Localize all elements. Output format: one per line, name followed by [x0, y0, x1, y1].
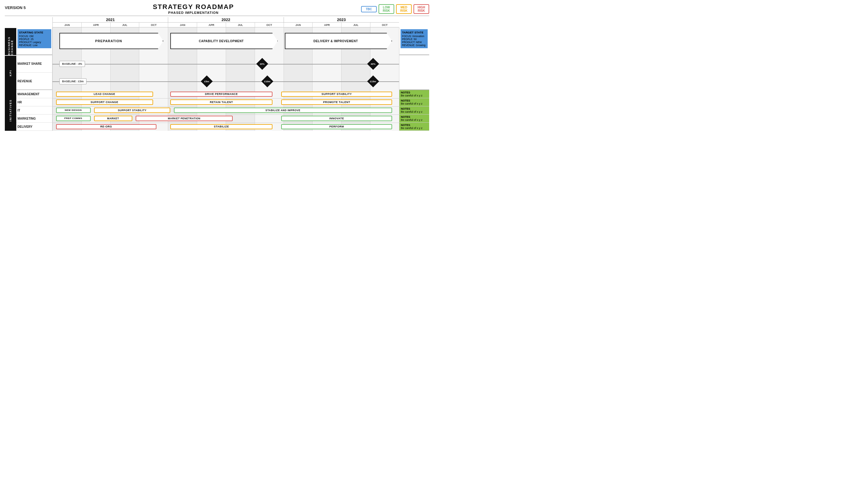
capability-arrow: CAPABILITY DEVELOPMENT: [170, 33, 278, 49]
month-oct21: OCT: [139, 23, 168, 27]
diamond-10m-label: £10m: [264, 80, 270, 83]
year-2022: 2022: [168, 17, 283, 22]
month-oct23: OCT: [370, 23, 399, 27]
starting-people: PEOPLE: 25: [19, 38, 50, 41]
notes-it: NOTES Be careful of x y z: [399, 106, 429, 114]
init-divider-3: [52, 114, 399, 115]
notes-marketing: NOTES Be careful of x y z: [399, 114, 429, 123]
target-people: PEOPLE: 50: [402, 38, 426, 41]
years-row: 2021 2022 2023: [53, 17, 399, 22]
kpi-market-share-label: MARKET SHARE: [16, 55, 52, 73]
main-layout: BUSINESS CHANGE KPI INITIATIVES 2021 202…: [5, 17, 429, 131]
legend-high: HIGHRISK: [414, 4, 429, 14]
biz-grid: PREPARATION CAPABILITY DEVELOPMENT DELIV…: [52, 27, 399, 55]
month-jan22: JAN: [168, 23, 197, 27]
bar-prep-comms: PREP COMMS: [56, 116, 91, 121]
title-block: STRATEGY ROADMAP PHASED IMPLEMENTATION: [26, 3, 361, 14]
init-sublabels: MANAGEMENT HR IT MARKETING DELIVERY: [16, 90, 52, 131]
bar-innovate: INNOVATE: [281, 116, 392, 121]
initiatives-section: MANAGEMENT HR IT MARKETING DELIVERY: [16, 90, 429, 131]
preparation-label: PREPARATION: [59, 33, 163, 49]
legend-med: MEDRISK: [396, 4, 412, 14]
starting-focus: FOCUS: Old: [19, 35, 50, 38]
diamond-10m: £10m: [263, 77, 271, 86]
biz-sublabels: STARTING STATE FOCUS: Old PEOPLE: 25 PRO…: [16, 27, 52, 55]
target-focus: FOCUS: Innovation: [402, 35, 426, 38]
init-divider-1: [52, 98, 399, 99]
year-2023: 2023: [284, 17, 399, 22]
bar-retain-talent: RETAIN TALENT: [170, 99, 272, 105]
diamond-20pct: 20%: [258, 60, 266, 68]
notes-it-content: NOTES Be careful of x y z: [399, 106, 429, 114]
diamond-15m: £15m: [369, 77, 377, 86]
legend-tbc: TBC: [361, 6, 377, 12]
diamond-40pct-label: 40%: [371, 63, 376, 65]
init-management-label: MANAGEMENT: [16, 90, 52, 98]
header: VERSION 5 STRATEGY ROADMAP PHASED IMPLEM…: [5, 3, 429, 14]
notes-del-title: NOTES: [401, 123, 428, 126]
notes-hr-title: NOTES: [401, 99, 428, 102]
init-divider-2: [52, 106, 399, 107]
delivery-label: DELIVERY & IMPROVEMENT: [285, 33, 392, 49]
header-divider: [5, 16, 429, 16]
diamond-15m-label: £15m: [370, 80, 376, 83]
init-it-label: IT: [16, 106, 52, 114]
month-oct22: OCT: [255, 23, 284, 27]
capability-label: CAPABILITY DEVELOPMENT: [170, 33, 278, 49]
market-share-baseline: BASELINE : 4%: [59, 61, 85, 67]
bar-lead-change: LEAD CHANGE: [56, 92, 153, 97]
notes-mkt-title: NOTES: [401, 115, 428, 119]
legend-low: LOWRISK: [379, 4, 394, 14]
bar-market: MARKET: [94, 116, 132, 121]
legend: TBC LOWRISK MEDRISK HIGHRISK: [361, 4, 429, 14]
bar-reorg: RE-ORG: [56, 124, 157, 130]
label-column: BUSINESS CHANGE KPI INITIATIVES: [5, 17, 16, 131]
month-jul23: JUL: [341, 23, 370, 27]
init-divider-4: [52, 123, 399, 123]
kpi-revenue-label: REVENUE: [16, 73, 52, 90]
bar-support-stability-it: SUPPORT STABILITY: [94, 108, 170, 113]
bar-drive-performance: DRIVE PERFORMANCE: [170, 92, 272, 97]
notes-del-content: NOTES Be careful of x y z: [399, 123, 429, 131]
month-jan23: JAN: [284, 23, 313, 27]
bar-market-penetration: MARKET PENETRATION: [136, 116, 233, 121]
kpi-grid-bg: [52, 55, 399, 90]
notes-management-content: NOTES Be careful of x y z: [399, 90, 429, 98]
sub-title: PHASED IMPLEMENTATION: [26, 11, 361, 14]
bar-promote-talent: PROMOTE TALENT: [281, 99, 392, 105]
starting-product: PRODUCT: Legacy: [19, 41, 50, 44]
content-column: 2021 2022 2023 JAN APR JUL OCT JAN APR J…: [16, 17, 429, 131]
target-revenue: REVENUE: Growing: [402, 44, 426, 47]
notes-hr-content: NOTES Be careful of x y z: [399, 98, 429, 106]
month-apr22: APR: [197, 23, 226, 27]
delivery-arrow: DELIVERY & IMPROVEMENT: [285, 33, 392, 49]
diamond-40pct: 40%: [369, 60, 377, 68]
kpi-notes-col: [399, 55, 429, 90]
init-delivery-label: DELIVERY: [16, 123, 52, 131]
page: VERSION 5 STRATEGY ROADMAP PHASED IMPLEM…: [0, 0, 434, 250]
month-jan21: JAN: [53, 23, 81, 27]
bar-perform: PERFORM: [281, 124, 392, 130]
target-state-box: TARGET STATE FOCUS: Innovation PEOPLE: 5…: [401, 29, 428, 48]
year-2021: 2021: [53, 17, 168, 22]
timeline-header-row: 2021 2022 2023 JAN APR JUL OCT JAN APR J…: [16, 17, 429, 27]
market-share-line: [52, 64, 399, 64]
notes-mkt-content: NOTES Be careful of x y z: [399, 114, 429, 122]
main-title: STRATEGY ROADMAP: [26, 3, 361, 11]
diamond-20pct-label: 20%: [260, 63, 265, 65]
target-product: PRODUCT: NEW: [402, 41, 426, 44]
notes-mgmt-title: NOTES: [401, 91, 428, 94]
notes-mkt-text: Be careful of x y z: [401, 119, 428, 121]
starting-state-title: STARTING STATE: [19, 31, 50, 34]
biz-change-section: STARTING STATE FOCUS: Old PEOPLE: 25 PRO…: [16, 27, 429, 55]
revenue-line: [52, 81, 399, 82]
target-state-title: TARGET STATE: [402, 31, 426, 34]
month-apr23: APR: [312, 23, 341, 27]
notes-delivery: NOTES Be careful of x y z: [399, 123, 429, 131]
starting-revenue: REVENUE: Low: [19, 44, 50, 47]
label-kpi: KPI: [5, 55, 16, 90]
notes-it-text: Be careful of x y z: [401, 110, 428, 113]
notes-del-text: Be careful of x y z: [401, 126, 428, 130]
bar-support-stability-mgmt: SUPPORT STABILITY: [281, 92, 392, 97]
diamond-5m: £5m: [203, 77, 211, 86]
